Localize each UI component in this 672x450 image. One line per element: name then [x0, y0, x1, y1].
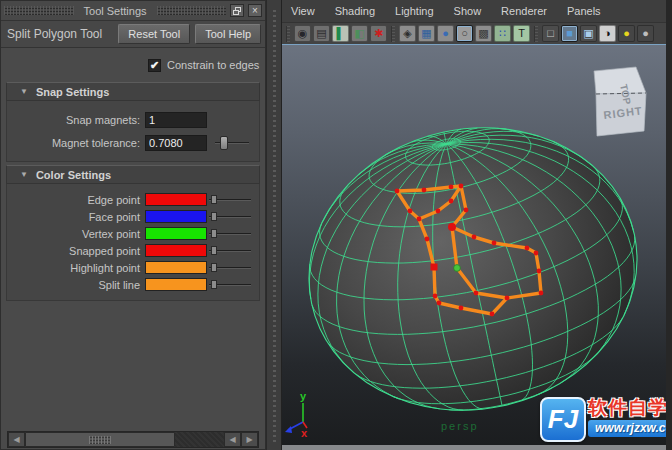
- light-off-icon[interactable]: ●: [637, 25, 654, 42]
- constrain-to-edges-checkbox[interactable]: ✔: [148, 59, 161, 72]
- restore-window-icon[interactable]: [230, 4, 244, 17]
- scroll-left-icon[interactable]: ◀: [8, 432, 25, 447]
- edge-point-swatch[interactable]: [145, 193, 207, 206]
- collapse-triangle-icon[interactable]: ▼: [20, 87, 28, 96]
- image-plane-icon[interactable]: ◧: [351, 25, 368, 42]
- maya-window: Tool Settings × Split Polygon Tool Reset…: [0, 0, 672, 450]
- color-settings-header[interactable]: ▼ Color Settings: [6, 165, 260, 184]
- snap-magnets-row: Snap magnets:: [7, 108, 255, 131]
- wireframe-circle-icon[interactable]: ○: [456, 25, 473, 42]
- split-edge-point[interactable]: [464, 208, 469, 213]
- split-line-swatch[interactable]: [145, 278, 207, 291]
- split-edge-point[interactable]: [459, 184, 464, 189]
- watermark-url: www.rjzxw.com: [588, 420, 666, 437]
- snap-magnet-icon[interactable]: ✱: [370, 25, 387, 42]
- camera-attributes-icon[interactable]: ▤: [313, 25, 330, 42]
- wireframe-cube-icon[interactable]: □: [542, 25, 559, 42]
- shaded-sphere-icon[interactable]: ●: [437, 25, 454, 42]
- scrollbar-track[interactable]: [175, 432, 224, 447]
- split-edge-point[interactable]: [474, 291, 479, 296]
- split-edge-point[interactable]: [537, 269, 542, 274]
- highlight-point-slider[interactable]: [209, 262, 251, 273]
- plugin-shapes-icon[interactable]: T: [513, 25, 530, 42]
- vertex-point-slider[interactable]: [209, 228, 251, 239]
- split-edge-point[interactable]: [449, 185, 454, 190]
- snap-settings-group: Snap magnets: Magnet tolerance:: [6, 101, 260, 162]
- split-edge-point[interactable]: [534, 251, 539, 256]
- face-point-slider[interactable]: [209, 211, 251, 222]
- menu-panels[interactable]: Panels: [567, 5, 601, 17]
- textured-display-icon[interactable]: ∷: [494, 25, 511, 42]
- edge-point-row: Edge point: [7, 191, 255, 208]
- toolbar-separator-handle[interactable]: [534, 26, 538, 42]
- face-point-swatch[interactable]: [145, 210, 207, 223]
- split-vertex-point[interactable]: [454, 265, 461, 272]
- split-edge-point[interactable]: [525, 246, 530, 251]
- split-edge-point[interactable]: [505, 296, 510, 301]
- collapse-triangle-icon[interactable]: ▼: [20, 170, 28, 179]
- split-edge-point[interactable]: [408, 209, 413, 214]
- menu-view[interactable]: View: [291, 5, 315, 17]
- reset-tool-button[interactable]: Reset Tool: [118, 24, 190, 44]
- scroll-right-icon[interactable]: ▶: [241, 432, 258, 447]
- snapped-point-swatch[interactable]: [145, 244, 207, 257]
- snap-magnets-input[interactable]: [145, 112, 207, 128]
- highlight-point-swatch[interactable]: [145, 261, 207, 274]
- vertex-point-label: Vertex point: [7, 228, 145, 240]
- split-snapped-point[interactable]: [431, 264, 438, 271]
- constrain-to-edges-row: ✔ Constrain to edges: [148, 55, 260, 75]
- split-edge-point[interactable]: [459, 306, 464, 311]
- toolbar-separator-handle[interactable]: [286, 26, 290, 42]
- split-edge-point[interactable]: [433, 294, 438, 299]
- edge-point-label: Edge point: [7, 194, 145, 206]
- panel-splitter[interactable]: [266, 0, 282, 450]
- panel-titlebar[interactable]: Tool Settings ×: [1, 1, 265, 21]
- menu-renderer[interactable]: Renderer: [501, 5, 547, 17]
- split-line-row: Split line: [7, 276, 255, 293]
- edge-point-slider[interactable]: [209, 194, 251, 205]
- close-window-icon[interactable]: ×: [248, 4, 262, 17]
- bookmark-icon[interactable]: ▌: [332, 25, 349, 42]
- isolate-select-icon[interactable]: ◈: [399, 25, 416, 42]
- scroll-left-icon[interactable]: ◀: [224, 432, 241, 447]
- snap-settings-header[interactable]: ▼ Snap Settings: [6, 82, 260, 101]
- split-edge-point[interactable]: [490, 312, 495, 317]
- toolbar-separator-handle[interactable]: [391, 26, 395, 42]
- menu-show[interactable]: Show: [454, 5, 482, 17]
- menu-lighting[interactable]: Lighting: [395, 5, 434, 17]
- magnet-tolerance-input[interactable]: [145, 135, 207, 151]
- constrain-to-edges-label: Constrain to edges: [167, 59, 259, 71]
- smooth-shade-cube-icon[interactable]: ■: [561, 25, 578, 42]
- split-edge-point[interactable]: [417, 217, 422, 222]
- xray-display-icon[interactable]: ▩: [475, 25, 492, 42]
- magnet-tolerance-slider[interactable]: [215, 136, 249, 150]
- split-edge-point[interactable]: [395, 189, 400, 194]
- split-edge-point[interactable]: [437, 301, 442, 306]
- split-line-slider[interactable]: [209, 279, 251, 290]
- transparency-cube-icon[interactable]: ▣: [580, 25, 597, 42]
- light-on-icon[interactable]: ●: [618, 25, 635, 42]
- viewport-canvas[interactable]: TOPRIGHTyxpersp FJ 软件自学网 www.rjzxw.com: [282, 44, 666, 450]
- tool-help-button[interactable]: Tool Help: [195, 24, 261, 44]
- snapped-point-slider[interactable]: [209, 245, 251, 256]
- titlebar-drag-grip[interactable]: [157, 6, 227, 15]
- horizontal-scrollbar[interactable]: ◀ ◀ ▶: [7, 431, 259, 448]
- slider-thumb[interactable]: [220, 136, 228, 150]
- viewport-pane: View Shading Lighting Show Renderer Pane…: [282, 0, 672, 450]
- split-edge-point[interactable]: [492, 241, 497, 246]
- checker-material-icon[interactable]: ◑: [599, 25, 616, 42]
- select-camera-icon[interactable]: ◉: [294, 25, 311, 42]
- film-gate-icon[interactable]: ▦: [418, 25, 435, 42]
- split-edge-point[interactable]: [539, 291, 544, 296]
- vertex-point-swatch[interactable]: [145, 227, 207, 240]
- panel-content: ✔ Constrain to edges ▼ Snap Settings Sna…: [1, 48, 265, 449]
- split-edge-point-large[interactable]: [448, 223, 456, 231]
- scrollbar-thumb[interactable]: [25, 432, 175, 447]
- split-edge-point[interactable]: [472, 235, 477, 240]
- menu-shading[interactable]: Shading: [335, 5, 375, 17]
- titlebar-drag-grip[interactable]: [4, 6, 74, 15]
- split-edge-point[interactable]: [422, 188, 427, 193]
- split-edge-point[interactable]: [425, 237, 430, 242]
- split-edge-point[interactable]: [436, 209, 441, 214]
- split-edge-point[interactable]: [449, 199, 454, 204]
